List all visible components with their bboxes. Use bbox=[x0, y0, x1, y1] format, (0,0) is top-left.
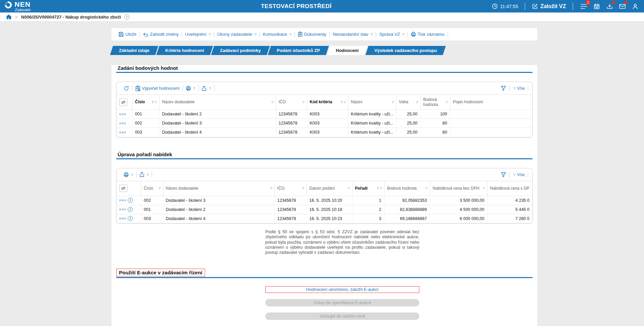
filter-button[interactable] bbox=[498, 86, 509, 91]
scores-table-card: Výpočet hodnocení ▽ ▽ bbox=[116, 82, 532, 137]
filter-dropdown-icon[interactable]: ▽ bbox=[483, 187, 485, 190]
tab-kriteria-hodnoceni[interactable]: Kritéria hodnocení bbox=[156, 46, 213, 55]
column-header-datum-podani[interactable]: Datum podání ▽ bbox=[306, 181, 352, 196]
column-header-cena-bez-dph[interactable]: Nabídková cena bez DPH ▽ bbox=[430, 181, 487, 196]
close-record-icon[interactable]: × bbox=[124, 15, 129, 20]
publication-menu[interactable]: Uveřejnění ▽ bbox=[182, 32, 214, 37]
inbox-button[interactable] bbox=[605, 2, 614, 10]
contracting-actions-menu[interactable]: Úkony zadavatele ▽ bbox=[214, 32, 260, 37]
divider bbox=[573, 3, 573, 10]
discard-changes-button[interactable]: Zahodit změny bbox=[140, 32, 182, 37]
column-header-ico[interactable]: IČO ▽ bbox=[276, 95, 307, 110]
column-header-vaha[interactable]: Váha ▽ bbox=[396, 95, 420, 110]
filter-dropdown-icon[interactable]: ▽ bbox=[344, 101, 346, 104]
filter-dropdown-icon[interactable]: ▽ bbox=[158, 187, 160, 190]
profile-button[interactable] bbox=[631, 2, 639, 10]
menu-button[interactable]: 1 bbox=[580, 2, 588, 10]
finish-evaluation-create-eauction-button[interactable]: Hodnocení ukončeno, založit E-aukci bbox=[265, 286, 419, 293]
filter-dropdown-icon[interactable]: ▽ bbox=[425, 187, 427, 190]
communication-menu[interactable]: Komunikace ▽ bbox=[260, 32, 295, 37]
column-header-kod-kriteria[interactable]: Kód kritéria ↑ ▽ bbox=[307, 95, 348, 110]
table-row[interactable]: 001 Dodavatel - školení 2 12345678 K003 … bbox=[117, 110, 532, 119]
compute-evaluation-button[interactable]: Výpočet hodnocení bbox=[132, 86, 182, 91]
table-header-row: Číslo ▽ Název dodavatele ▽ IČO ▽ Datum p… bbox=[117, 181, 532, 196]
filter-all-dropdown[interactable]: ▽ Vše bbox=[510, 86, 528, 91]
create-vz-button[interactable]: Založit VZ bbox=[532, 3, 566, 9]
calendar-button[interactable] bbox=[593, 2, 601, 10]
row-menu-icon[interactable] bbox=[119, 123, 129, 124]
sliders-icon bbox=[121, 186, 126, 190]
column-header-cislo[interactable]: Číslo ↑ ▽ bbox=[132, 95, 159, 110]
chevron-down-icon: ▽ bbox=[513, 87, 515, 90]
filter-dropdown-icon[interactable]: ▽ bbox=[348, 187, 350, 190]
filter-dropdown-icon[interactable]: ▽ bbox=[270, 187, 272, 190]
clock-icon bbox=[492, 3, 498, 9]
top-header-bar: NEN Zadavatel TESTOVACÍ PROSTŘEDÍ 11:47:… bbox=[0, 0, 644, 12]
filter-dropdown-icon[interactable]: ▽ bbox=[271, 101, 273, 104]
column-header-poradi[interactable]: Pořadí ↑ ▽ bbox=[352, 181, 384, 196]
breadcrumb: > N006/25/V00004727 - Nákup drogistickéh… bbox=[0, 12, 644, 22]
filter-dropdown-icon[interactable]: ▽ bbox=[302, 187, 304, 190]
vz-administration-menu[interactable]: Správa VZ ▽ bbox=[376, 32, 407, 37]
table-row[interactable]: i 003 Dodavatel - školení 4 12345678 16.… bbox=[117, 214, 532, 223]
filter-all-dropdown[interactable]: ▽ Vše bbox=[510, 172, 528, 177]
tab-vysledek[interactable]: Výsledek zadávacího postupu bbox=[365, 46, 446, 55]
record-tabs: Základní údaje Kritéria hodnocení Zadáva… bbox=[112, 46, 537, 55]
filter-dropdown-icon[interactable]: ▽ bbox=[302, 101, 304, 104]
save-button[interactable]: Uložit bbox=[116, 32, 140, 37]
column-header-cena-s-dph[interactable]: Nabídková cena s DP bbox=[487, 181, 532, 196]
export-icon bbox=[202, 86, 206, 91]
column-settings-button[interactable] bbox=[119, 99, 127, 106]
tab-podani-ucastniku[interactable]: Podání účastníků ZP bbox=[268, 46, 329, 55]
table-row[interactable]: 002 Dodavatel - školení 3 12345678 K003 … bbox=[117, 119, 532, 128]
funnel-icon bbox=[501, 86, 506, 91]
nonstandard-state-menu[interactable]: Nestandardní stav ▽ bbox=[330, 32, 376, 37]
section-eauction-header: Použití E-aukce v zadávacím řízení bbox=[116, 269, 532, 278]
refresh-button[interactable] bbox=[121, 86, 132, 91]
print-table-button[interactable]: ▽ bbox=[121, 172, 136, 177]
home-icon[interactable] bbox=[6, 14, 12, 20]
column-header-cislo[interactable]: Číslo ▽ bbox=[141, 181, 163, 196]
export-table-button[interactable]: ▽ bbox=[137, 172, 152, 177]
export-icon bbox=[140, 172, 144, 177]
mail-button[interactable] bbox=[618, 2, 626, 10]
row-menu-icon[interactable] bbox=[119, 113, 129, 115]
nen-logo[interactable]: NEN Zadavatel bbox=[5, 1, 30, 12]
filter-dropdown-icon[interactable]: ▽ bbox=[380, 187, 382, 190]
tab-hodnoceni[interactable]: Hodnocení bbox=[327, 46, 367, 55]
section-title: Úprava pořadí nabídek bbox=[116, 152, 532, 158]
table-row[interactable]: 003 Dodavatel - školení 4 12345678 K003 … bbox=[117, 128, 532, 137]
info-icon[interactable]: i bbox=[128, 216, 133, 221]
divider bbox=[528, 172, 528, 178]
column-header-bodova-hodnota[interactable]: Bodová hodnota ▽ bbox=[384, 181, 430, 196]
print-record-button[interactable]: Tisk záznamu bbox=[408, 32, 448, 37]
row-menu-icon[interactable] bbox=[119, 132, 129, 133]
table-row[interactable]: i 002 Dodavatel - školení 3 12345678 16.… bbox=[117, 196, 532, 205]
export-table-button[interactable]: ▽ bbox=[199, 86, 214, 91]
row-menu-icon[interactable] bbox=[119, 199, 126, 201]
column-settings-button[interactable] bbox=[119, 185, 127, 192]
column-header-dodavatel[interactable]: Název dodavatele ▽ bbox=[159, 95, 276, 110]
column-header-nazev[interactable]: Název ▽ bbox=[348, 95, 396, 110]
filter-dropdown-icon[interactable]: ▽ bbox=[392, 101, 394, 104]
row-menu-icon[interactable] bbox=[119, 218, 126, 219]
mail-icon bbox=[619, 4, 626, 9]
print-table-button[interactable]: ▽ bbox=[183, 86, 198, 91]
info-icon[interactable]: i bbox=[128, 198, 133, 203]
table-row[interactable]: i 001 Dodavatel - školení 2 12345678 16.… bbox=[117, 205, 532, 214]
filter-button[interactable] bbox=[498, 172, 509, 177]
filter-dropdown-icon[interactable]: ▽ bbox=[446, 101, 448, 104]
column-header-dodavatel[interactable]: Název dodavatele ▽ bbox=[163, 181, 274, 196]
tab-zakladni-udaje[interactable]: Základní údaje bbox=[110, 46, 158, 55]
breadcrumb-item[interactable]: N006/25/V00004727 - Nákup drogistického … bbox=[21, 15, 121, 20]
calendar-icon bbox=[594, 3, 600, 9]
documents-button[interactable]: Dokumenty bbox=[295, 32, 329, 37]
tab-zadavaci-podminky[interactable]: Zadávací podmínky bbox=[211, 46, 270, 55]
filter-dropdown-icon[interactable]: ▽ bbox=[416, 101, 418, 104]
filter-dropdown-icon[interactable]: ▽ bbox=[155, 101, 157, 104]
chevron-down-icon: ▽ bbox=[209, 87, 211, 90]
column-header-ico[interactable]: IČO ▽ bbox=[274, 181, 306, 196]
info-icon[interactable]: i bbox=[128, 207, 133, 212]
row-menu-icon[interactable] bbox=[119, 209, 126, 210]
column-header-bodova-hodnota[interactable]: Bodová hodnota ▽ bbox=[420, 95, 450, 110]
